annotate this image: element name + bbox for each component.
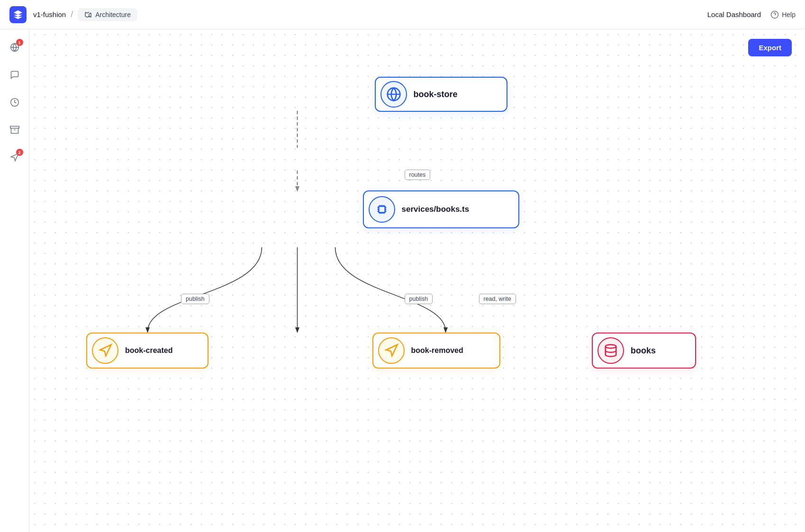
svg-rect-8 — [379, 206, 385, 212]
sidebar-item-clock[interactable] — [5, 93, 24, 112]
megaphone-node-icon — [98, 343, 112, 358]
globe-node-icon — [386, 87, 401, 102]
book-created-icon — [92, 337, 118, 364]
book-created-label: book-created — [125, 346, 172, 355]
sidebar: 1 2 — [0, 29, 29, 532]
edge-label-read-write: read, write — [479, 294, 516, 304]
book-removed-icon — [378, 337, 405, 364]
bookstore-label: book-store — [414, 90, 458, 99]
help-circle-icon — [770, 10, 779, 19]
globe-badge: 1 — [16, 39, 23, 46]
node-bookstore[interactable]: book-store — [375, 77, 507, 112]
breadcrumb-separator: / — [71, 9, 73, 19]
svg-point-9 — [606, 345, 616, 349]
sidebar-item-chat[interactable] — [5, 65, 24, 84]
local-dashboard-link[interactable]: Local Dashboard — [707, 10, 761, 18]
node-book-created[interactable]: book-created — [86, 333, 208, 369]
books-label: books — [631, 346, 656, 356]
architecture-tab-label: Architecture — [95, 11, 131, 18]
bookstore-icon — [380, 81, 407, 108]
clock-icon — [10, 98, 19, 107]
node-books[interactable]: books — [592, 333, 696, 369]
sidebar-item-globe[interactable]: 1 — [5, 38, 24, 57]
node-services[interactable]: services/books.ts — [363, 190, 519, 228]
header-right: Local Dashboard Help — [707, 10, 796, 19]
services-icon — [369, 196, 395, 223]
export-button[interactable]: Export — [748, 39, 792, 56]
archive-icon — [10, 125, 19, 135]
header: v1-fushion / Architecture Local Dashboar… — [0, 0, 805, 29]
chat-icon — [10, 70, 19, 80]
svg-rect-3 — [10, 126, 18, 128]
megaphone-badge: 2 — [16, 149, 23, 156]
node-book-removed[interactable]: book-removed — [372, 333, 500, 369]
canvas-area[interactable]: Export — [29, 29, 805, 532]
architecture-tab[interactable]: Architecture — [78, 8, 137, 21]
map-icon — [84, 11, 92, 18]
edge-label-publish-center: publish — [405, 294, 433, 304]
sidebar-item-megaphone[interactable]: 2 — [5, 148, 24, 167]
book-removed-label: book-removed — [411, 346, 463, 355]
main-layout: 1 2 Export — [0, 29, 805, 532]
help-label: Help — [782, 11, 796, 18]
logo[interactable] — [9, 6, 27, 23]
chip-icon — [374, 202, 389, 217]
sidebar-item-archive[interactable] — [5, 120, 24, 139]
help-button[interactable]: Help — [770, 10, 796, 19]
database-icon — [604, 343, 618, 358]
megaphone-removed-icon — [384, 343, 398, 358]
app-name: v1-fushion — [33, 10, 66, 18]
edge-label-routes: routes — [405, 170, 431, 180]
edge-label-publish-left: publish — [181, 294, 209, 304]
books-icon — [597, 337, 624, 364]
services-label: services/books.ts — [402, 205, 470, 214]
